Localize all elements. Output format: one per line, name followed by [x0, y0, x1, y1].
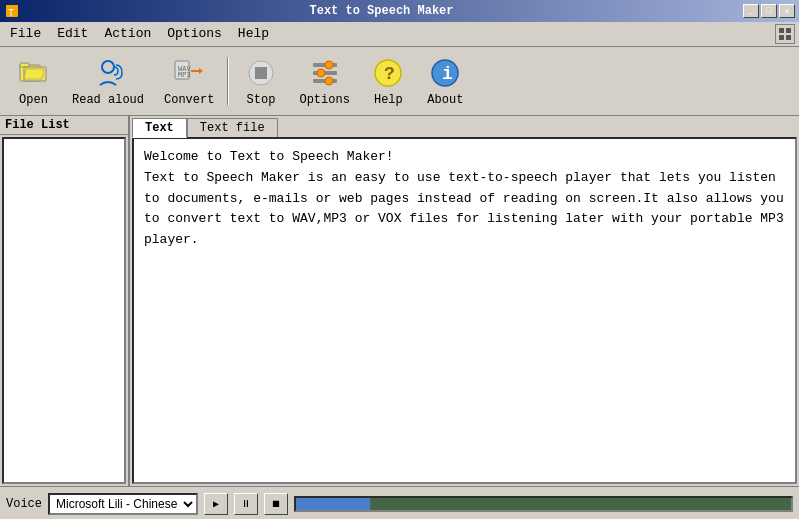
- svg-rect-4: [779, 35, 784, 40]
- title-bar-controls: _ □ ✕: [743, 4, 795, 18]
- voice-label: Voice: [6, 497, 42, 511]
- app-icon: T: [4, 3, 20, 19]
- stop-button[interactable]: Stop: [233, 51, 288, 111]
- minimize-button[interactable]: _: [743, 4, 759, 18]
- menu-edit[interactable]: Edit: [51, 24, 94, 44]
- options-button[interactable]: Options: [290, 51, 358, 111]
- voice-select[interactable]: Microsoft Lili - Chinese (: [48, 493, 198, 515]
- open-button[interactable]: Open: [6, 51, 61, 111]
- convert-label: Convert: [164, 93, 214, 107]
- svg-rect-2: [779, 28, 784, 33]
- help-icon: ?: [370, 55, 406, 91]
- progress-bar: [294, 496, 793, 512]
- file-list-content[interactable]: [2, 137, 126, 484]
- grid-layout-button[interactable]: [775, 24, 795, 44]
- maximize-button[interactable]: □: [761, 4, 777, 18]
- menu-bar: File Edit Action Options Help: [0, 22, 799, 47]
- svg-point-9: [102, 61, 114, 73]
- about-button[interactable]: i About: [418, 51, 473, 111]
- svg-text:?: ?: [384, 64, 395, 84]
- read-aloud-button[interactable]: Read aloud: [63, 51, 153, 111]
- toolbar-separator-1: [227, 57, 229, 105]
- title-bar: T Text to Speech Maker _ □ ✕: [0, 0, 799, 22]
- bottom-bar: Voice Microsoft Lili - Chinese ( ▶ ⏸ ⏹: [0, 486, 799, 519]
- file-list-panel: File List: [0, 116, 130, 486]
- svg-point-20: [317, 69, 325, 77]
- convert-button[interactable]: WAV MP3 Convert: [155, 51, 223, 111]
- stop-label: Stop: [247, 93, 276, 107]
- open-icon: [16, 55, 52, 91]
- file-list-header: File List: [0, 116, 128, 135]
- menu-file[interactable]: File: [4, 24, 47, 44]
- menu-options[interactable]: Options: [161, 24, 228, 44]
- read-aloud-label: Read aloud: [72, 93, 144, 107]
- read-aloud-icon: [90, 55, 126, 91]
- svg-rect-15: [255, 67, 267, 79]
- options-icon: [307, 55, 343, 91]
- progress-fill: [296, 498, 370, 510]
- tab-text-file[interactable]: Text file: [187, 118, 278, 137]
- open-label: Open: [19, 93, 48, 107]
- tab-text[interactable]: Text: [132, 118, 187, 138]
- help-button[interactable]: ? Help: [361, 51, 416, 111]
- about-icon: i: [427, 55, 463, 91]
- svg-text:T: T: [8, 8, 14, 19]
- stop-playback-button[interactable]: ⏹: [264, 493, 288, 515]
- menu-help[interactable]: Help: [232, 24, 275, 44]
- title-bar-left: T: [4, 3, 20, 19]
- main-area: File List Text Text file Welcome to Text…: [0, 116, 799, 486]
- convert-icon: WAV MP3: [171, 55, 207, 91]
- play-button[interactable]: ▶: [204, 493, 228, 515]
- tabs: Text Text file: [132, 118, 797, 137]
- text-area-wrapper[interactable]: Welcome to Text to Speech Maker! Text to…: [132, 137, 797, 484]
- svg-marker-13: [199, 68, 203, 74]
- svg-text:MP3: MP3: [178, 71, 191, 79]
- options-label: Options: [299, 93, 349, 107]
- about-label: About: [427, 93, 463, 107]
- right-panel: Text Text file Welcome to Text to Speech…: [130, 116, 799, 486]
- close-button[interactable]: ✕: [779, 4, 795, 18]
- svg-rect-3: [786, 28, 791, 33]
- svg-point-21: [325, 77, 333, 85]
- svg-point-19: [325, 61, 333, 69]
- svg-rect-5: [786, 35, 791, 40]
- pause-button[interactable]: ⏸: [234, 493, 258, 515]
- window-title: Text to Speech Maker: [20, 4, 743, 18]
- svg-text:i: i: [442, 64, 453, 84]
- menu-action[interactable]: Action: [98, 24, 157, 44]
- help-label: Help: [374, 93, 403, 107]
- svg-rect-7: [20, 63, 29, 67]
- stop-icon: [243, 55, 279, 91]
- text-content: Welcome to Text to Speech Maker! Text to…: [144, 147, 785, 251]
- toolbar: Open Read aloud WAV MP3 Convert: [0, 47, 799, 116]
